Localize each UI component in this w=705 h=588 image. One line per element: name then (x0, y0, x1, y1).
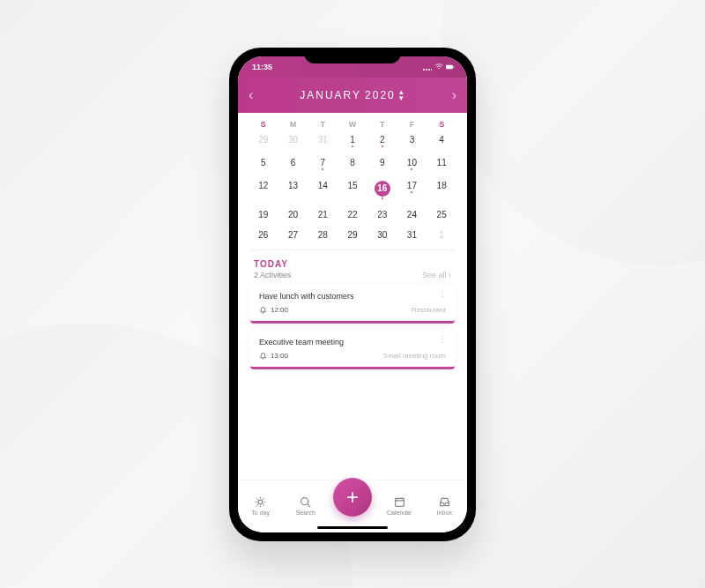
calendar-day[interactable]: 2 (367, 132, 397, 150)
add-button[interactable]: + (333, 478, 372, 517)
calendar-day[interactable]: 3 (397, 132, 427, 150)
calendar-day[interactable]: 27 (278, 227, 308, 242)
phone-frame: 11:35 ‹ JANUARY 2020 ▴▾ › SMTWTFS 293031… (229, 48, 476, 541)
svg-point-3 (431, 69, 432, 71)
event-location: Restaurant (412, 306, 446, 314)
weekday-label: W (338, 120, 367, 129)
event-list: ⋮ Have lunch with customers 12:00 Restau… (238, 285, 467, 480)
svg-rect-4 (446, 64, 453, 68)
more-icon[interactable]: ⋮ (438, 292, 446, 295)
calendar-grid: 2930311234567891011121314151617181920212… (238, 132, 467, 249)
weekday-label: M (278, 120, 308, 129)
nav-inbox[interactable]: Inbox (427, 496, 462, 516)
notch (304, 48, 401, 63)
calendar-day[interactable]: 30 (367, 227, 397, 242)
calendar-day[interactable]: 25 (427, 207, 456, 222)
calendar-day[interactable]: 4 (427, 132, 456, 150)
wifi-icon (434, 63, 443, 71)
calendar-day[interactable]: 14 (308, 178, 338, 202)
calendar-day[interactable]: 5 (249, 155, 278, 173)
header-month: JANUARY (300, 89, 361, 101)
today-subtitle: 2 Activities (254, 271, 292, 279)
bell-icon (259, 306, 267, 314)
event-time: 13:00 (259, 352, 288, 360)
status-time: 11:35 (252, 63, 272, 71)
calendar-day[interactable]: 16 (367, 178, 397, 202)
weekday-label: S (249, 120, 278, 129)
calendar-day[interactable]: 22 (338, 207, 367, 222)
weekday-label: T (308, 120, 338, 129)
today-section: TODAY 2 Activities See all › (238, 250, 467, 285)
calendar-day[interactable]: 29 (338, 227, 367, 242)
calendar-day[interactable]: 8 (338, 155, 367, 173)
screen: 11:35 ‹ JANUARY 2020 ▴▾ › SMTWTFS 293031… (238, 56, 467, 532)
svg-point-7 (301, 498, 308, 505)
calendar-day[interactable]: 12 (249, 178, 278, 202)
calendar-day[interactable]: 17 (397, 178, 427, 202)
calendar-day[interactable]: 23 (367, 207, 397, 222)
svg-rect-5 (454, 66, 455, 67)
sort-icon: ▴▾ (399, 89, 405, 101)
nav-search[interactable]: Search (288, 496, 323, 516)
svg-point-0 (423, 69, 425, 71)
event-card[interactable]: ⋮ Have lunch with customers 12:00 Restau… (250, 285, 455, 324)
calendar-header: ‹ JANUARY 2020 ▴▾ › (238, 78, 467, 113)
calendar-icon (394, 496, 405, 508)
calendar-day[interactable]: 6 (278, 155, 308, 173)
calendar-day[interactable]: 9 (367, 155, 397, 173)
weekday-label: T (367, 120, 397, 129)
event-title: Executive team meeting (259, 338, 446, 346)
event-title: Have lunch with customers (259, 292, 446, 301)
signal-icon (423, 63, 432, 71)
prev-month-button[interactable]: ‹ (249, 87, 253, 103)
battery-icon (446, 63, 455, 71)
search-icon (300, 496, 311, 508)
weekday-row: SMTWTFS (238, 113, 467, 132)
calendar-day[interactable]: 18 (427, 178, 456, 202)
next-month-button[interactable]: › (452, 87, 456, 103)
month-year-selector[interactable]: JANUARY 2020 ▴▾ (300, 89, 405, 101)
event-time: 12:00 (259, 306, 288, 314)
home-indicator[interactable] (317, 526, 388, 529)
calendar-day[interactable]: 28 (308, 227, 338, 242)
calendar-day[interactable]: 13 (278, 178, 308, 202)
calendar-day[interactable]: 21 (308, 207, 338, 222)
calendar-day[interactable]: 1 (338, 132, 367, 150)
bottom-nav: To day Search + Calendar Inbox (238, 480, 467, 532)
weekday-label: F (397, 120, 427, 129)
calendar-day[interactable]: 31 (397, 227, 427, 242)
calendar-day[interactable]: 1 (427, 227, 456, 242)
svg-point-2 (428, 69, 430, 71)
nav-today[interactable]: To day (243, 496, 278, 516)
header-year: 2020 (365, 89, 396, 101)
status-indicators (423, 63, 455, 71)
calendar-day[interactable]: 29 (249, 132, 278, 150)
calendar-day[interactable]: 20 (278, 207, 308, 222)
event-location: Small meeting room (383, 352, 446, 360)
calendar-day[interactable]: 7 (308, 155, 338, 173)
inbox-icon (439, 496, 450, 508)
today-title: TODAY (254, 259, 292, 269)
calendar-day[interactable]: 31 (308, 132, 338, 150)
bell-icon (259, 352, 267, 360)
calendar-day[interactable]: 11 (427, 155, 456, 173)
sun-icon (255, 496, 266, 508)
svg-point-6 (258, 500, 263, 504)
calendar-day[interactable]: 15 (338, 178, 367, 202)
calendar-day[interactable]: 10 (397, 155, 427, 173)
weekday-label: S (427, 120, 456, 129)
more-icon[interactable]: ⋮ (438, 338, 446, 341)
calendar-day[interactable]: 30 (278, 132, 308, 150)
calendar-day[interactable]: 26 (249, 227, 278, 242)
nav-calendar[interactable]: Calendar (382, 496, 417, 516)
calendar-day[interactable]: 24 (397, 207, 427, 222)
svg-point-1 (426, 69, 427, 71)
calendar-day[interactable]: 19 (249, 207, 278, 222)
svg-rect-8 (395, 498, 404, 506)
see-all-link[interactable]: See all › (422, 271, 451, 279)
event-card[interactable]: ⋮ Executive team meeting 13:00 Small mee… (250, 331, 455, 369)
